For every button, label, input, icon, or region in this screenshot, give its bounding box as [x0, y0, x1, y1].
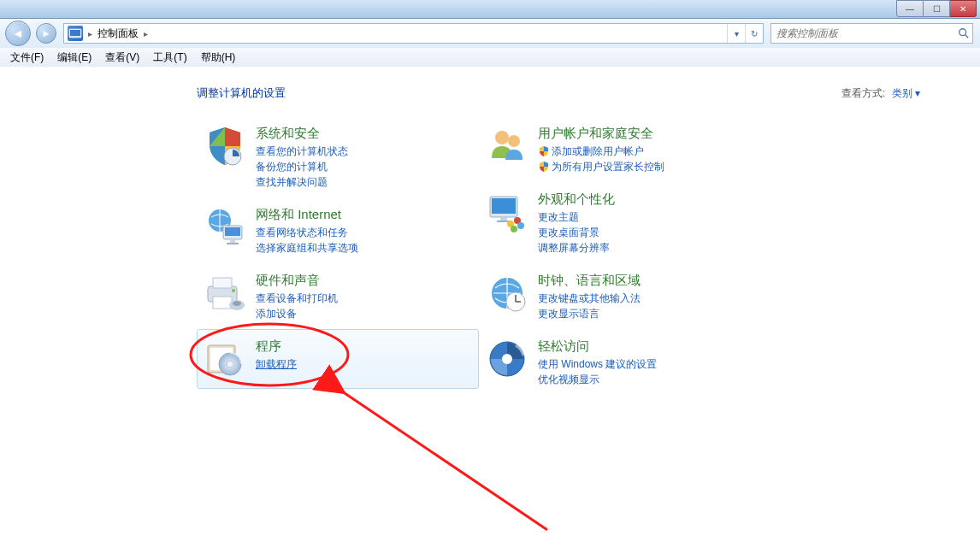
printer-icon — [203, 271, 247, 315]
content-area: 调整计算机的设置 查看方式: 类别 ▾ — [0, 67, 980, 547]
address-bar-row: ◄ ► ▸ 控制面板 ▸ ▾ ↻ — [0, 19, 980, 49]
programs-icon — [203, 337, 247, 381]
refresh-button[interactable]: ↻ — [745, 24, 763, 43]
category-title[interactable]: 外观和个性化 — [538, 191, 615, 208]
svg-rect-12 — [213, 297, 232, 309]
address-dropdown[interactable]: ▾ — [727, 24, 745, 43]
task-link[interactable]: 查看您的计算机状态 — [256, 144, 348, 159]
category-title[interactable]: 程序 — [256, 338, 297, 355]
menu-edit[interactable]: 编辑(E) — [50, 49, 98, 67]
task-link[interactable]: 备份您的计算机 — [256, 159, 348, 174]
shield-small-icon — [538, 161, 550, 173]
svg-line-3 — [965, 35, 969, 38]
menu-file[interactable]: 文件(F) — [3, 49, 50, 67]
task-link[interactable]: 查看网络状态和任务 — [256, 225, 358, 240]
svg-point-29 — [517, 222, 524, 229]
menu-bar: 文件(F) 编辑(E) 查看(V) 工具(T) 帮助(H) — [0, 48, 980, 68]
search-box[interactable] — [770, 23, 973, 44]
task-link[interactable]: 调整屏幕分辨率 — [538, 240, 615, 256]
svg-rect-7 — [225, 227, 240, 236]
network-icon — [203, 205, 247, 250]
category-title[interactable]: 硬件和声音 — [256, 273, 338, 289]
svg-point-13 — [232, 289, 235, 292]
task-link[interactable]: 更改键盘或其他输入法 — [538, 291, 641, 306]
category-clock-language[interactable]: 时钟、语言和区域 更改键盘或其他输入法 更改显示语言 — [479, 263, 761, 329]
menu-tools[interactable]: 工具(T) — [146, 49, 193, 67]
task-link[interactable]: 更改显示语言 — [538, 306, 641, 321]
task-link[interactable]: 查看设备和打印机 — [256, 291, 338, 306]
breadcrumb-separator: ▸ — [142, 29, 150, 38]
svg-rect-8 — [230, 239, 235, 243]
menu-view[interactable]: 查看(V) — [98, 49, 146, 67]
appearance-icon — [485, 190, 529, 234]
task-link[interactable]: 优化视频显示 — [538, 372, 657, 387]
search-icon[interactable] — [955, 27, 972, 39]
shield-icon — [203, 124, 247, 168]
view-by: 查看方式: 类别 ▾ — [841, 86, 920, 101]
ease-of-access-icon — [485, 337, 529, 381]
task-link[interactable]: 更改桌面背景 — [538, 225, 615, 240]
nav-back-button[interactable]: ◄ — [5, 21, 31, 46]
category-user-accounts[interactable]: 用户帐户和家庭安全 添加或删除用户帐户 为所有用户设置家长控制 — [479, 116, 761, 182]
search-input[interactable] — [771, 27, 955, 39]
category-appearance[interactable]: 外观和个性化 更改主题 更改桌面背景 调整屏幕分辨率 — [479, 182, 761, 263]
view-by-dropdown[interactable]: 类别 ▾ — [892, 87, 920, 99]
task-link[interactable]: 添加设备 — [256, 306, 338, 321]
user-accounts-icon — [485, 124, 529, 168]
category-network[interactable]: 网络和 Internet 查看网络状态和任务 选择家庭组和共享选项 — [197, 197, 479, 263]
svg-point-37 — [502, 354, 512, 364]
window-titlebar: — ☐ ✕ — [0, 0, 980, 19]
menu-help[interactable]: 帮助(H) — [194, 49, 243, 67]
category-title[interactable]: 系统和安全 — [256, 126, 348, 142]
svg-point-2 — [959, 29, 966, 36]
task-link[interactable]: 添加或删除用户帐户 — [538, 144, 664, 159]
category-hardware[interactable]: 硬件和声音 查看设备和打印机 添加设备 — [197, 263, 479, 329]
task-link[interactable]: 选择家庭组和共享选项 — [256, 240, 358, 256]
svg-point-20 — [227, 361, 233, 368]
clock-globe-icon — [485, 271, 529, 315]
svg-rect-24 — [492, 198, 516, 214]
category-title[interactable]: 轻松访问 — [538, 338, 657, 355]
nav-forward-button[interactable]: ► — [36, 23, 56, 44]
svg-rect-1 — [70, 30, 80, 36]
svg-rect-25 — [500, 217, 507, 221]
task-link-uninstall[interactable]: 卸载程序 — [256, 356, 297, 372]
svg-point-15 — [233, 301, 241, 306]
page-title: 调整计算机的设置 — [197, 85, 286, 101]
task-link[interactable]: 更改主题 — [538, 209, 615, 225]
svg-point-22 — [508, 135, 520, 147]
category-system-security[interactable]: 系统和安全 查看您的计算机状态 备份您的计算机 查找并解决问题 — [197, 116, 479, 197]
category-programs[interactable]: 程序 卸载程序 — [197, 329, 479, 389]
view-by-label: 查看方式: — [841, 87, 885, 99]
category-title[interactable]: 网络和 Internet — [256, 207, 358, 223]
task-link[interactable]: 使用 Windows 建议的设置 — [538, 356, 657, 372]
breadcrumb-control-panel[interactable]: 控制面板 — [94, 26, 142, 41]
breadcrumb-separator: ▸ — [86, 29, 94, 38]
minimize-button[interactable]: — — [896, 0, 924, 17]
close-button[interactable]: ✕ — [950, 0, 977, 17]
category-title[interactable]: 用户帐户和家庭安全 — [538, 126, 664, 142]
task-link[interactable]: 为所有用户设置家长控制 — [538, 159, 664, 174]
shield-small-icon — [538, 145, 550, 157]
control-panel-icon — [68, 26, 83, 41]
svg-point-21 — [495, 131, 509, 144]
svg-point-30 — [511, 226, 517, 232]
address-bar[interactable]: ▸ 控制面板 ▸ ▾ ↻ — [63, 23, 764, 44]
svg-rect-9 — [227, 243, 239, 244]
svg-rect-11 — [213, 278, 232, 288]
maximize-button[interactable]: ☐ — [924, 0, 950, 17]
task-link[interactable]: 查找并解决问题 — [256, 174, 348, 190]
category-ease-of-access[interactable]: 轻松访问 使用 Windows 建议的设置 优化视频显示 — [479, 329, 761, 395]
category-title[interactable]: 时钟、语言和区域 — [538, 273, 641, 289]
